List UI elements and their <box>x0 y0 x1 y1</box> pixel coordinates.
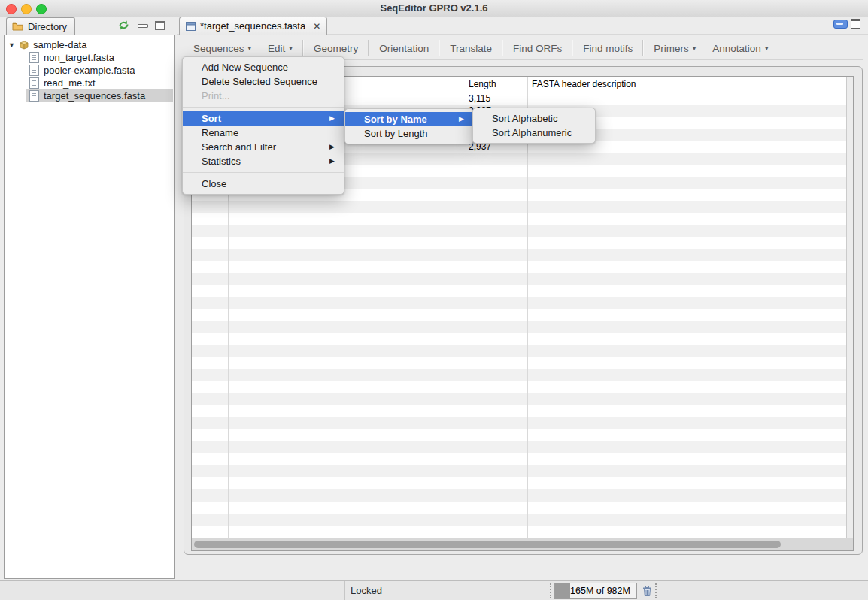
tree-item-read-me[interactable]: read_me.txt <box>29 77 96 89</box>
submenu-arrow-icon: ▶ <box>329 154 335 168</box>
document-icon <box>29 77 39 89</box>
tree-item-non-target[interactable]: non_target.fasta <box>29 51 114 64</box>
menu-item-delete-selected-sequence[interactable]: Delete Selected Sequence <box>183 74 344 89</box>
toolbar-separator <box>572 40 573 56</box>
menu-item-sort[interactable]: Sort ▶ <box>183 111 344 126</box>
folder-icon <box>12 22 23 31</box>
toolbar-button-primers[interactable]: Primers ▾ <box>645 43 704 54</box>
tree-item-label: read_me.txt <box>44 77 96 89</box>
menu-separator <box>183 172 344 173</box>
toolbar-button-translate[interactable]: Translate <box>442 43 500 54</box>
menu-item-print: Print... <box>183 89 344 103</box>
column-header-length[interactable]: Length <box>469 79 496 89</box>
toolbar-button-annotation[interactable]: Annotation ▾ <box>704 43 776 54</box>
dropdown-arrow-icon: ▾ <box>765 44 769 52</box>
toolbar-separator <box>368 40 369 56</box>
sort-by-name-submenu: Sort Alphabetic Sort Alphanumeric <box>472 108 596 144</box>
column-divider <box>527 77 528 538</box>
menu-item-close[interactable]: Close <box>183 177 344 191</box>
editor-tab-target-sequences[interactable]: *target_sequences.fasta ✕ <box>179 17 327 35</box>
toolbar-separator <box>302 40 304 56</box>
status-bar: Locked 165M of 982M <box>0 580 868 600</box>
toolbar-separator <box>502 40 503 56</box>
drag-grip-icon[interactable] <box>655 583 660 598</box>
titlebar[interactable]: SeqEditor GPRO v2.1.6 <box>0 0 868 17</box>
document-icon <box>29 65 39 76</box>
tree-item-label: target_sequences.fasta <box>44 90 145 102</box>
trash-icon <box>642 585 652 597</box>
document-icon <box>29 52 39 63</box>
tree-item-target-sequences[interactable]: target_sequences.fasta <box>29 89 145 102</box>
tab-close-icon[interactable]: ✕ <box>313 21 320 32</box>
menu-item-statistics[interactable]: Statistics ▶ <box>183 154 344 168</box>
seqeditor-window: { "titlebar": { "title": "SeqEditor GPRO… <box>0 0 868 600</box>
column-header-fasta-description[interactable]: FASTA header description <box>532 79 636 89</box>
tree-expanded-icon[interactable]: ▼ <box>8 41 15 49</box>
tree-item-pooler-example[interactable]: pooler-example.fasta <box>29 64 135 77</box>
column-divider <box>466 77 466 538</box>
tree-item-label: pooler-example.fasta <box>44 65 135 76</box>
memory-usage-gauge[interactable]: 165M of 982M <box>554 583 637 599</box>
sort-submenu: Sort by Name ▶ Sort by Length <box>344 108 474 144</box>
editor-window-icon <box>186 22 196 31</box>
menu-separator <box>183 107 344 108</box>
toolbar-separator <box>439 40 440 56</box>
tree-item-label: sample-data <box>33 39 87 50</box>
editor-toolbar: Sequences ▾ Edit ▾ Geometry Orientation … <box>185 38 776 59</box>
refresh-icon[interactable] <box>117 20 130 31</box>
package-icon <box>19 40 29 50</box>
menu-item-rename[interactable]: Rename <box>183 126 344 140</box>
directory-tree-panel[interactable]: ▼ sample-data non_target.fasta pooler-ex… <box>4 35 175 579</box>
toolbar-button-orientation[interactable]: Orientation <box>371 43 437 54</box>
table-cell-length[interactable]: 3,115 <box>469 92 526 105</box>
dropdown-arrow-icon: ▾ <box>248 44 252 52</box>
document-icon <box>29 90 39 102</box>
menu-item-sort-alphanumeric[interactable]: Sort Alphanumeric <box>473 126 595 140</box>
toolbar-button-edit[interactable]: Edit ▾ <box>259 43 301 54</box>
memory-usage-label: 165M of 982M <box>566 586 635 596</box>
window-title: SeqEditor GPRO v2.1.6 <box>0 2 868 14</box>
submenu-arrow-icon: ▶ <box>329 111 335 126</box>
menu-item-sort-alphabetic[interactable]: Sort Alphabetic <box>473 111 595 126</box>
directory-view-tab[interactable]: Directory <box>6 17 75 35</box>
sidebar-toolbar <box>117 20 165 31</box>
maximize-view-icon[interactable] <box>155 21 165 30</box>
submenu-arrow-icon: ▶ <box>329 140 335 154</box>
menu-item-sort-by-length[interactable]: Sort by Length <box>345 126 473 141</box>
statusbar-separator <box>344 581 345 600</box>
maximize-editor-icon[interactable] <box>851 19 860 29</box>
menu-item-search-and-filter[interactable]: Search and Filter ▶ <box>183 140 344 154</box>
menu-item-sort-by-name[interactable]: Sort by Name ▶ <box>345 112 473 126</box>
toolbar-button-find-orfs[interactable]: Find ORFs <box>505 43 570 54</box>
directory-tab-label: Directory <box>28 21 67 32</box>
horizontal-scrollbar-thumb[interactable] <box>194 541 781 548</box>
tree-item-sample-data[interactable]: ▼ sample-data <box>8 38 86 51</box>
sequences-menu: Add New Sequence Delete Selected Sequenc… <box>182 56 344 195</box>
vertical-scrollbar-gutter[interactable] <box>846 77 853 538</box>
submenu-arrow-icon: ▶ <box>459 112 464 126</box>
menu-item-add-new-sequence[interactable]: Add New Sequence <box>183 60 344 74</box>
editor-tab-label: *target_sequences.fasta <box>200 20 305 32</box>
dropdown-arrow-icon: ▾ <box>693 44 697 52</box>
tree-item-label: non_target.fasta <box>44 52 114 63</box>
dropdown-arrow-icon: ▾ <box>289 44 293 52</box>
toolbar-button-geometry[interactable]: Geometry <box>305 43 366 54</box>
minimize-editor-icon[interactable] <box>833 20 848 29</box>
minimize-view-icon[interactable] <box>138 21 147 29</box>
toolbar-button-sequences[interactable]: Sequences ▾ <box>185 43 259 54</box>
toolbar-button-find-motifs[interactable]: Find motifs <box>575 43 641 54</box>
horizontal-scrollbar[interactable] <box>192 538 853 550</box>
locked-status-label: Locked <box>351 585 382 596</box>
garbage-collect-button[interactable] <box>639 583 654 598</box>
toolbar-separator <box>642 40 644 56</box>
